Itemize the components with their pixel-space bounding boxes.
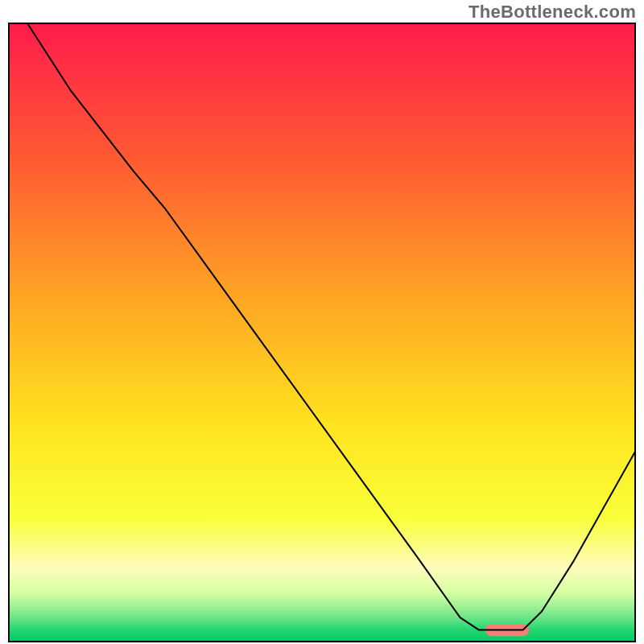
bottleneck-chart <box>8 23 636 642</box>
chart-container: TheBottleneck.com <box>0 0 644 644</box>
chart-plot-area <box>8 23 636 642</box>
watermark-text: TheBottleneck.com <box>469 2 636 23</box>
